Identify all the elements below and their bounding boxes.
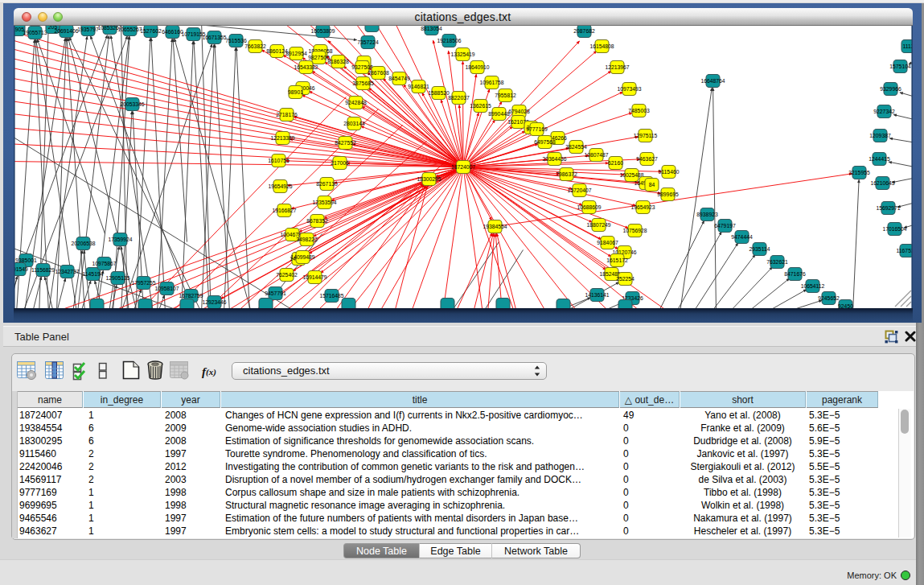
svg-text:1615172: 1615172 [606, 257, 628, 263]
svg-text:3215955: 3215955 [848, 170, 870, 175]
svg-text:2087682: 2087682 [573, 28, 595, 34]
svg-text:2718176: 2718176 [276, 112, 298, 117]
svg-text:16782759: 16782759 [179, 293, 203, 299]
svg-text:8186328: 8186328 [327, 59, 349, 64]
svg-text:2935114: 2935114 [749, 246, 770, 252]
svg-text:1167533: 1167533 [896, 248, 912, 253]
svg-text:20053346: 20053346 [120, 101, 144, 107]
svg-text:16671355: 16671355 [202, 35, 226, 40]
svg-text:10961758: 10961758 [479, 80, 503, 85]
svg-text:9474444: 9474444 [731, 234, 753, 240]
svg-text:16543382: 16543382 [294, 64, 318, 70]
svg-text:9227342: 9227342 [873, 109, 895, 114]
svg-text:1527602: 1527602 [140, 28, 162, 34]
svg-text:252254: 252254 [616, 276, 634, 282]
svg-text:1610755: 1610755 [268, 158, 290, 163]
svg-text:10654112: 10654112 [800, 283, 824, 289]
svg-text:3875685: 3875685 [352, 80, 374, 86]
svg-text:3824554: 3824554 [565, 144, 587, 150]
svg-text:20206538: 20206538 [71, 241, 95, 246]
svg-text:7632621: 7632621 [766, 259, 788, 265]
svg-text:10958107: 10958107 [154, 286, 179, 291]
svg-text:18807249: 18807249 [586, 222, 610, 228]
svg-text:9327508: 9327508 [351, 64, 373, 70]
svg-text:6794028: 6794028 [508, 109, 530, 114]
svg-text:2803144: 2803144 [343, 121, 365, 126]
svg-text:15716485: 15716485 [319, 293, 343, 299]
svg-text:7625402: 7625402 [276, 272, 298, 278]
svg-text:8813054: 8813054 [421, 26, 442, 31]
svg-text:18300295: 18300295 [417, 176, 441, 182]
svg-text:15692971: 15692971 [876, 205, 900, 211]
svg-text:10975867: 10975867 [92, 261, 116, 266]
svg-text:8938923: 8938923 [696, 212, 718, 217]
svg-text:8990448: 8990448 [488, 111, 510, 117]
svg-text:8427552: 8427552 [335, 140, 356, 146]
svg-text:19384554: 19384554 [483, 224, 507, 229]
svg-text:(x): (x) [206, 367, 216, 377]
svg-text:98901: 98901 [288, 89, 303, 95]
svg-text:9463627: 9463627 [636, 156, 658, 162]
svg-text:17957255: 17957255 [131, 280, 155, 286]
svg-text:62160: 62160 [608, 160, 623, 166]
svg-text:19654925: 19654925 [268, 183, 292, 189]
svg-text:1575104: 1575104 [889, 64, 911, 69]
svg-text:18724007: 18724007 [450, 164, 474, 170]
svg-text:7357224: 7357224 [357, 39, 379, 45]
svg-text:19166827: 19166827 [272, 208, 296, 213]
svg-text:10756928: 10756928 [622, 228, 647, 233]
svg-text:12923446: 12923446 [202, 299, 226, 305]
svg-text:8912954: 8912954 [285, 51, 307, 56]
svg-text:1588520: 1588520 [428, 90, 450, 96]
svg-text:6497568: 6497568 [534, 139, 556, 145]
svg-text:12905135: 12905135 [105, 275, 129, 281]
svg-text:13325419: 13325419 [450, 51, 474, 57]
svg-text:391549: 391549 [14, 266, 28, 272]
svg-text:10973493: 10973493 [617, 86, 641, 92]
svg-text:19218506: 19218506 [437, 38, 461, 43]
svg-text:12342737: 12342737 [55, 269, 79, 274]
svg-text:7663822: 7663822 [244, 43, 266, 49]
svg-text:9115460: 9115460 [658, 169, 679, 175]
svg-text:16914479: 16914479 [302, 274, 326, 280]
svg-text:9457791: 9457791 [265, 290, 286, 296]
svg-text:16053809: 16053809 [310, 28, 335, 34]
svg-text:217006: 217006 [331, 160, 349, 166]
svg-text:11156829: 11156829 [31, 267, 54, 273]
svg-text:10655267: 10655267 [117, 27, 142, 32]
svg-text:17359924: 17359924 [108, 237, 132, 242]
svg-text:12213389: 12213389 [270, 135, 294, 141]
svg-text:7955812: 7955812 [495, 93, 516, 98]
svg-text:7515536: 7515536 [225, 38, 247, 43]
svg-text:1112: 1112 [902, 43, 913, 49]
svg-text:9329966: 9329966 [880, 86, 901, 92]
svg-text:10807487: 10807487 [584, 152, 608, 158]
svg-text:1362615: 1362615 [470, 103, 491, 109]
svg-text:20364436: 20364436 [542, 156, 566, 162]
svg-text:19055713: 19055713 [23, 30, 47, 35]
svg-text:18640910: 18640910 [465, 64, 489, 70]
svg-text:17016504: 17016504 [882, 226, 906, 232]
svg-text:12353594: 12353594 [312, 200, 336, 205]
svg-text:7485003: 7485003 [628, 108, 650, 113]
svg-text:10688609: 10688609 [577, 204, 601, 210]
svg-text:8678352: 8678352 [306, 218, 328, 224]
svg-text:9184067: 9184067 [597, 240, 618, 245]
svg-text:1145194: 1145194 [82, 271, 103, 277]
svg-text:14099489: 14099489 [290, 254, 314, 260]
svg-text:9899695: 9899695 [657, 192, 679, 197]
svg-text:20691406: 20691406 [54, 28, 78, 34]
svg-text:19654923: 19654923 [630, 204, 655, 210]
svg-text:6466160: 6466160 [162, 29, 183, 35]
svg-text:1244415: 1244415 [869, 156, 890, 162]
svg-text:8454749: 8454749 [388, 76, 410, 81]
svg-text:9146821: 9146821 [408, 84, 429, 89]
svg-text:16648764: 16648764 [700, 78, 725, 84]
svg-text:9245652: 9245652 [818, 295, 840, 301]
svg-text:8471676: 8471676 [784, 271, 806, 277]
svg-text:3498222: 3498222 [296, 237, 318, 242]
svg-text:9827500: 9827500 [308, 55, 330, 60]
svg-text:16210643: 16210643 [870, 180, 894, 186]
svg-text:8267130: 8267130 [316, 181, 338, 187]
svg-text:8822037: 8822037 [448, 95, 470, 101]
